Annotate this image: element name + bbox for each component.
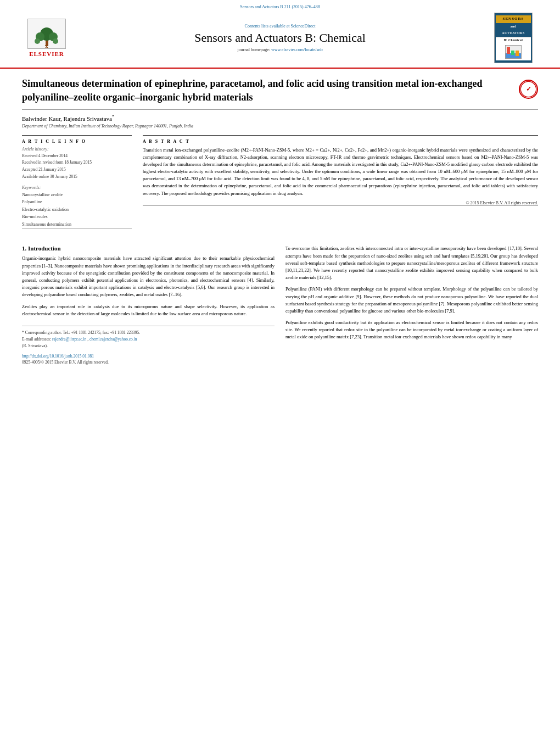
authors: Balwinder Kaur, Rajendra Srivastava* (22, 114, 538, 122)
contents-link: Contents lists available at ScienceDirec… (71, 24, 489, 29)
date-revised: Received in revised form 18 January 2015 (22, 159, 132, 166)
intro-section-title: 1. Introduction (22, 245, 275, 252)
article-info-column: A R T I C L E I N F O Article history: R… (22, 135, 132, 235)
section-title-text: Introduction (28, 245, 61, 252)
keyword-5: Simultaneous determination (22, 221, 132, 228)
authors-section: Balwinder Kaur, Rajendra Srivastava* Dep… (22, 114, 538, 129)
sensors-badge: SENSORS and ACTUATORS B: Chemical (494, 13, 533, 63)
journal-title-center: Contents lists available at ScienceDirec… (71, 24, 489, 52)
footnote-text: * Corresponding author. Tel.: +91 1881 2… (22, 330, 275, 349)
email-link-2[interactable]: chemi.rajendra@yahoo.co.in (89, 337, 137, 342)
footnote-section: * Corresponding author. Tel.: +91 1881 2… (22, 326, 275, 365)
corresponding-sup: * (112, 114, 114, 119)
article-title-section: Simultaneous determination of epinephrin… (22, 77, 538, 110)
article-info-header: A R T I C L E I N F O (22, 139, 132, 144)
homepage-link[interactable]: www.elsevier.com/locate/snb (271, 47, 323, 52)
date-accepted: Accepted 21 January 2015 (22, 166, 132, 174)
main-content: Simultaneous determination of epinephrin… (0, 69, 560, 373)
svg-line-10 (47, 47, 48, 48)
doi-anchor[interactable]: http://dx.doi.org/10.1016/j.snb.2015.01.… (22, 354, 94, 359)
affiliation: Department of Chemistry, Indian Institut… (22, 124, 538, 129)
abstract-text: Transition metal ion-exchanged polyanili… (143, 147, 538, 197)
date-received: Received 4 December 2014 (22, 153, 132, 160)
intro-para3: To overcome this limitation, zeolites wi… (285, 245, 538, 281)
citation-bar: Sensors and Actuators B 211 (2015) 476–4… (22, 4, 538, 9)
date-available: Available online 30 January 2015 (22, 174, 132, 181)
footnote-author-note: (R. Srivastava). (22, 343, 275, 349)
intro-para4: Polyaniline (PANI) with different morpho… (285, 286, 538, 315)
body-left-column: 1. Introduction Organic-inorganic hybrid… (22, 245, 275, 364)
email-link-1[interactable]: rajendra@iitrpr.ac.in (52, 337, 86, 342)
sensors-logo: SENSORS and ACTUATORS B: Chemical (489, 13, 538, 63)
header-content: ELSEVIER Contents lists available at Sci… (22, 13, 538, 68)
svg-point-5 (53, 38, 58, 44)
intro-para2: Zeolites play an important role in catal… (22, 303, 275, 317)
elsevier-tree-image (27, 19, 66, 49)
keywords-section: Keywords: Nanocrystalline zeolite Polyan… (22, 185, 132, 228)
sciencedirect-link[interactable]: ScienceDirect (291, 24, 316, 29)
footnote-email: E-mail addresses: rajendra@iitrpr.ac.in … (22, 336, 275, 343)
crossmark-badge: ✓ (519, 80, 538, 99)
abstract-column: A B S T R A C T Transition metal ion-exc… (143, 135, 538, 235)
journal-homepage: journal homepage: www.elsevier.com/locat… (71, 47, 489, 52)
keyword-2: Polyaniline (22, 198, 132, 206)
article-info-box: A R T I C L E I N F O Article history: R… (22, 135, 132, 229)
body-section: 1. Introduction Organic-inorganic hybrid… (22, 245, 538, 364)
elsevier-text: ELSEVIER (29, 51, 64, 57)
keyword-3: Electro-catalytic oxidation (22, 206, 132, 214)
section-number: 1. (22, 245, 26, 252)
crossmark-circle: ✓ (519, 80, 538, 99)
keyword-1: Nanocrystalline zeolite (22, 191, 132, 199)
journal-header: Sensors and Actuators B 211 (2015) 476–4… (0, 0, 560, 69)
footnote-corresponding: * Corresponding author. Tel.: +91 1881 2… (22, 330, 275, 336)
keyword-4: Bio-molecules (22, 213, 132, 221)
svg-point-4 (35, 38, 40, 44)
issn-text: 0925-4005/© 2015 Elsevier B.V. All right… (22, 360, 275, 365)
body-right-column: To overcome this limitation, zeolites wi… (285, 245, 538, 364)
doi-section: http://dx.doi.org/10.1016/j.snb.2015.01.… (22, 354, 275, 365)
abstract-header: A B S T R A C T (143, 139, 538, 144)
copyright-notice: © 2015 Elsevier B.V. All rights reserved… (143, 200, 538, 205)
svg-text:✓: ✓ (526, 86, 531, 93)
two-column-section: A R T I C L E I N F O Article history: R… (22, 135, 538, 235)
abstract-box: A B S T R A C T Transition metal ion-exc… (143, 135, 538, 206)
article-title: Simultaneous determination of epinephrin… (22, 77, 519, 104)
page: Sensors and Actuators B 211 (2015) 476–4… (0, 0, 560, 742)
history-label: Article history: (22, 147, 132, 152)
journal-name: Sensors and Actuators B: Chemical (71, 31, 489, 45)
keywords-label: Keywords: (22, 185, 132, 190)
doi-link: http://dx.doi.org/10.1016/j.snb.2015.01.… (22, 354, 275, 359)
top-citation: Sensors and Actuators B 211 (2015) 476–4… (240, 4, 320, 9)
intro-para5: Polyaniline exhibits good conductivity b… (285, 319, 538, 341)
svg-point-6 (46, 42, 48, 44)
intro-para1: Organic-inorganic hybrid nanocomposite m… (22, 255, 275, 298)
elsevier-logo: ELSEVIER (22, 19, 71, 57)
author-names: Balwinder Kaur, Rajendra Srivastava (22, 115, 112, 122)
article-dates: Received 4 December 2014 Received in rev… (22, 153, 132, 181)
